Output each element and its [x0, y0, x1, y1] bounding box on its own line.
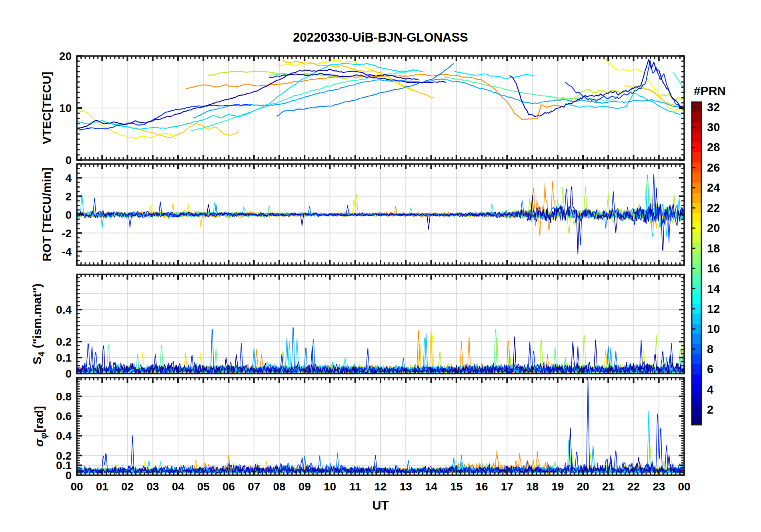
- panel-s4: 00.10.20.4: [56, 274, 684, 380]
- colorbar-tick-label: 28: [707, 141, 720, 154]
- colorbar-tick-label: 32: [707, 101, 720, 114]
- x-tick-label: 08: [273, 480, 285, 493]
- x-tick-label: 19: [551, 480, 564, 493]
- y-tick-label: 0: [65, 368, 72, 380]
- x-tick-label: 09: [298, 480, 311, 493]
- colorbar-cell: [692, 274, 701, 284]
- panel-vtec: 01020: [59, 50, 684, 166]
- colorbar-tick-label: 10: [707, 322, 720, 335]
- y-tick-label: 0.4: [56, 430, 72, 442]
- x-tick-label: 15: [450, 480, 463, 493]
- colorbar-tick-label: 30: [707, 121, 720, 134]
- ylabel-vtec: VTEC[TECU]: [40, 72, 54, 144]
- x-tick-label: 00: [678, 480, 690, 493]
- y-tick-label: 0.2: [56, 450, 72, 462]
- colorbar-tick-label: 4: [707, 383, 713, 396]
- colorbar-tick-label: 16: [707, 262, 720, 275]
- y-tick-label: 2: [65, 190, 72, 203]
- x-tick-label: 00: [70, 480, 83, 493]
- x-tick-label: 18: [526, 480, 539, 493]
- x-tick-label: 05: [197, 480, 210, 493]
- colorbar-tick-label: 8: [707, 343, 713, 356]
- panel-rot: -4-2024: [62, 164, 684, 265]
- colorbar-cell: [692, 294, 701, 304]
- y-tick-label: -4: [62, 246, 72, 258]
- x-tick-label: 01: [96, 480, 108, 493]
- colorbar-cell: [692, 334, 701, 344]
- colorbar-cell: [692, 213, 701, 223]
- y-tick-label: 10: [59, 102, 72, 114]
- colorbar-cell: [692, 173, 701, 183]
- x-tick-label: 10: [324, 480, 336, 493]
- colorbar-cell: [692, 394, 701, 405]
- colorbar-tick-label: 2: [707, 403, 713, 416]
- x-tick-label: 23: [653, 480, 665, 493]
- y-tick-label: 0.8: [56, 390, 72, 403]
- colorbar-cell: [692, 314, 701, 324]
- x-tick-label: 11: [349, 480, 361, 493]
- colorbar-tick-label: 24: [707, 181, 720, 194]
- x-tick-label: 17: [501, 480, 513, 493]
- colorbar-tick-label: 18: [707, 242, 720, 255]
- colorbar-cell: [692, 354, 701, 364]
- colorbar-cell: [692, 152, 701, 163]
- x-tick-label: 03: [146, 480, 159, 493]
- ylabel-sigma-phi: σφ[rad]: [32, 406, 49, 447]
- figure-title: 20220330-UiB-BJN-GLONASS: [77, 30, 684, 45]
- y-tick-label: 4: [65, 172, 72, 184]
- colorbar-cell: [692, 233, 701, 244]
- colorbar-cell: [692, 132, 701, 143]
- colorbar-tick-label: 26: [707, 161, 720, 174]
- y-tick-label: 0: [65, 209, 72, 221]
- x-tick-label: 13: [400, 480, 412, 493]
- x-tick-label: 14: [425, 480, 438, 493]
- colorbar-cell: [692, 374, 701, 385]
- x-tick-label: 16: [475, 480, 488, 493]
- y-tick-label: -2: [62, 227, 72, 240]
- x-tick-label: 02: [121, 480, 134, 493]
- ylabel-rot: ROT [TECU/min]: [40, 168, 54, 262]
- x-tick-label: 04: [172, 480, 184, 493]
- colorbar-tick-label: 20: [707, 222, 720, 234]
- x-tick-label: 20: [577, 480, 589, 493]
- colorbar-tick-label: 22: [707, 202, 720, 214]
- y-tick-label: 0.1: [56, 352, 72, 364]
- x-tick-label: 12: [374, 480, 387, 493]
- figure: 01020-4-202400.10.20.400.10.20.40.60.800…: [0, 0, 761, 532]
- colorbar-cell: [692, 193, 701, 203]
- x-tick-label: 06: [222, 480, 235, 493]
- colorbar-cell: [692, 112, 701, 122]
- y-tick-label: 0: [65, 154, 72, 166]
- colorbar-title: #PRN: [682, 84, 738, 98]
- colorbar-cell: [692, 253, 701, 264]
- panel-sigma-phi: 00.10.20.40.60.8: [56, 378, 684, 482]
- x-tick-label: 22: [627, 480, 640, 493]
- y-tick-label: 0.2: [56, 336, 72, 348]
- colorbar: 2468101214161820222426283032: [692, 101, 720, 425]
- colorbar-tick-label: 6: [707, 363, 713, 376]
- x-tick-label: 07: [248, 480, 260, 493]
- xlabel-ut: UT: [77, 498, 684, 513]
- y-tick-label: 0.4: [56, 304, 72, 316]
- colorbar-tick-label: 12: [707, 302, 720, 315]
- figure-canvas: 01020-4-202400.10.20.400.10.20.40.60.800…: [0, 0, 761, 532]
- ylabel-s4: S4 ("ism.mat"): [30, 284, 47, 364]
- colorbar-tick-label: 14: [707, 282, 720, 295]
- x-tick-label: 21: [602, 480, 615, 493]
- colorbar-cell: [692, 415, 701, 425]
- y-tick-label: 20: [59, 50, 72, 62]
- y-tick-label: 0.6: [56, 410, 72, 422]
